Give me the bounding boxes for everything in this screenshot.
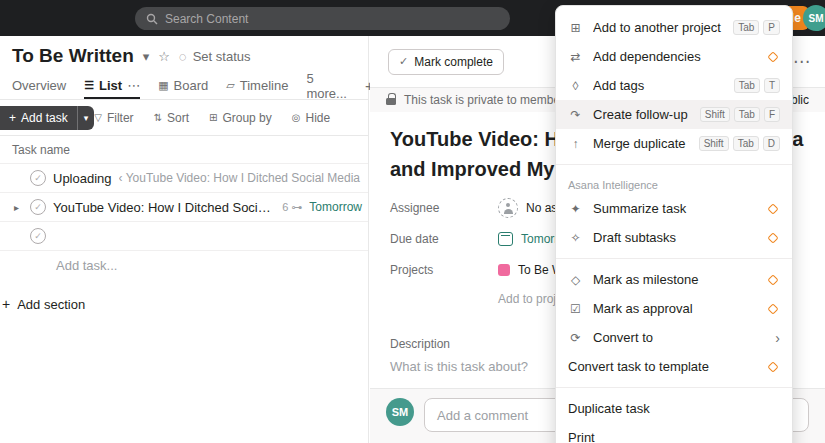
menu-separator [556,164,792,165]
tab-overview[interactable]: Overview [12,72,66,99]
premium-icon [767,274,778,285]
due-date-badge[interactable]: Tomorrow [309,200,362,214]
tab-timeline[interactable]: ▱ Timeline [226,72,288,99]
plus-icon: + [9,111,16,125]
menu-item-summarize-task[interactable]: ✦ Summarize task [556,194,792,223]
dependencies-icon: ⇄ [568,50,583,64]
add-task-inline[interactable]: Add task... [0,251,368,280]
plus-icon: + [2,296,10,312]
premium-icon [767,361,778,372]
menu-item-mark-as-milestone[interactable]: ◇ Mark as milestone [556,265,792,294]
add-to-project-icon: ⊞ [568,21,583,35]
hide-button[interactable]: ◎ Hide [292,111,330,125]
complete-task-icon[interactable]: ✓ [30,170,46,186]
hide-eye-icon: ◎ [292,112,301,123]
list-toolbar: + Add task ▾ ▽ Filter ⇅ Sort ⊞ Group by … [0,100,368,136]
menu-item-draft-subtasks[interactable]: ✧ Draft subtasks [556,223,792,252]
shortcut-key: P [763,20,780,35]
sort-icon: ⇅ [154,112,162,123]
menu-item-print[interactable]: Print [556,423,792,443]
global-search-input[interactable]: Search Content [135,7,510,30]
shortcut-key: F [764,107,780,122]
tag-icon: ◊ [568,79,583,93]
premium-icon [767,303,778,314]
app-window: Search Content Upgrade SM To Be Written … [0,0,825,443]
timeline-icon: ▱ [226,79,234,92]
list-icon: ☰ [84,79,94,92]
menu-item-convert-to[interactable]: ⟳ Convert to › [556,323,792,352]
follow-up-icon: ↷ [568,108,583,122]
status-circle-icon: ◌ [179,49,187,64]
filter-button[interactable]: ▽ Filter [94,111,133,125]
view-tabs: Overview ☰ List ⋯ ▦ Board ▱ Timeline 5 m… [0,72,368,100]
task-row[interactable]: ✓ [0,222,368,251]
shortcut-key: Shift [700,107,730,122]
favorite-star-icon[interactable]: ☆ [158,49,170,64]
sort-button[interactable]: ⇅ Sort [154,111,189,125]
board-icon: ▦ [158,79,168,92]
merge-icon: ↑ [568,137,583,151]
task-row[interactable]: ▸ ✓ YouTube Video: How I Ditched Social … [0,193,368,222]
project-color-icon [498,264,510,276]
more-options-icon[interactable]: ⋯ [793,51,811,72]
task-options-menu: ⊞ Add to another project TabP ⇄ Add depe… [555,5,793,443]
menu-item-merge-duplicate-tasks[interactable]: ↑ Merge duplicate tasks ShiftTabD [556,129,792,158]
shortcut-key: Tab [734,107,760,122]
group-icon: ⊞ [209,112,217,123]
task-name-column-header: Task name [0,136,368,164]
parent-marker-icon: ‹ [119,171,123,185]
menu-item-duplicate-task[interactable]: Duplicate task [556,394,792,423]
shortcut-key: Tab [734,78,760,93]
project-header: To Be Written ▾ ☆ ◌ Set status [0,36,368,72]
complete-task-icon[interactable]: ✓ [30,228,46,244]
task-row[interactable]: ✓ Uploading ‹ YouTube Video: How I Ditch… [0,164,368,193]
user-avatar[interactable]: SM [803,5,825,31]
project-menu-chevron-icon[interactable]: ▾ [143,49,150,64]
ai-sparkle-icon: ✧ [568,231,583,245]
menu-item-add-to-another-project[interactable]: ⊞ Add to another project TabP [556,13,792,42]
tab-options-icon[interactable]: ⋯ [127,78,140,93]
shortcut-key: Tab [733,136,759,151]
menu-separator [556,258,792,259]
project-title: To Be Written [12,45,134,67]
add-task-button[interactable]: + Add task ▾ [0,106,94,130]
menu-item-mark-as-approval[interactable]: ☑ Mark as approval [556,294,792,323]
menu-section-asana-intelligence: Asana Intelligence [556,171,792,194]
approval-icon: ☑ [568,302,583,316]
search-icon [146,13,158,25]
tab-board[interactable]: ▦ Board [158,72,208,99]
filter-icon: ▽ [94,112,102,123]
project-panel: To Be Written ▾ ☆ ◌ Set status Overview … [0,36,369,443]
milestone-icon: ◇ [568,273,583,287]
add-section-button[interactable]: + Add section [2,296,368,312]
expand-subtasks-icon[interactable]: ▸ [10,202,23,213]
premium-icon [767,232,778,243]
ai-sparkle-icon: ✦ [568,202,583,216]
complete-task-icon[interactable]: ✓ [30,199,46,215]
check-icon: ✓ [399,55,408,68]
shortcut-key: T [764,78,780,93]
shortcut-key: Tab [733,20,759,35]
menu-item-add-dependencies[interactable]: ⇄ Add dependencies [556,42,792,71]
task-name[interactable]: YouTube Video: How I Ditched Social Medi… [53,200,275,215]
menu-item-convert-task-to-template[interactable]: Convert task to template [556,352,792,381]
parent-task-label[interactable]: ‹ YouTube Video: How I Ditched Social Me… [119,171,362,185]
search-placeholder: Search Content [165,12,248,26]
lock-icon [386,98,396,105]
menu-item-add-tags[interactable]: ◊ Add tags TabT [556,71,792,100]
shortcut-key: Shift [699,136,729,151]
shortcut-key: D [763,136,780,151]
tab-list[interactable]: ☰ List ⋯ [84,72,140,99]
menu-separator [556,387,792,388]
assignee-avatar-icon [498,198,518,218]
add-task-dropdown-icon[interactable]: ▾ [78,106,95,130]
tab-more[interactable]: 5 more... [306,72,346,99]
set-status-button[interactable]: ◌ Set status [179,49,251,64]
menu-item-create-follow-up-task[interactable]: ↷ Create follow-up task ShiftTabF [556,100,792,129]
task-name[interactable]: Uploading [53,171,112,186]
premium-icon [767,51,778,62]
mark-complete-button[interactable]: ✓ Mark complete [388,49,504,75]
premium-icon [767,203,778,214]
comment-avatar: SM [386,398,414,426]
group-by-button[interactable]: ⊞ Group by [209,111,272,125]
